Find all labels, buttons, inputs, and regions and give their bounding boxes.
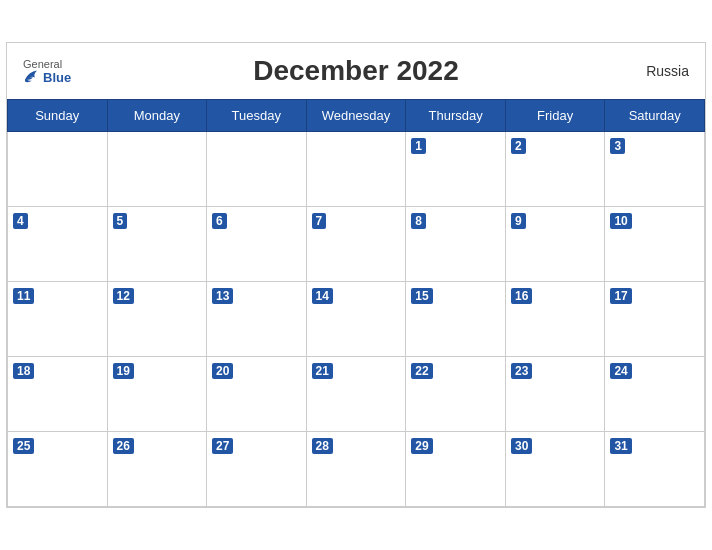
logo-general-text: General [23,59,62,70]
header-saturday: Saturday [605,100,705,132]
calendar-cell: 26 [107,432,207,507]
calendar-cell: 7 [306,207,406,282]
weekday-header-row: Sunday Monday Tuesday Wednesday Thursday… [8,100,705,132]
day-number: 3 [610,138,625,154]
calendar-cell: 22 [406,357,506,432]
header-friday: Friday [505,100,604,132]
calendar-week-row: 25262728293031 [8,432,705,507]
country-label: Russia [646,63,689,79]
calendar-cell: 10 [605,207,705,282]
header-wednesday: Wednesday [306,100,406,132]
calendar-cell: 5 [107,207,207,282]
day-number: 26 [113,438,134,454]
calendar-cell [107,132,207,207]
calendar-cell: 2 [505,132,604,207]
calendar-week-row: 11121314151617 [8,282,705,357]
day-number: 7 [312,213,327,229]
calendar-cell: 14 [306,282,406,357]
calendar-cell [306,132,406,207]
day-number: 1 [411,138,426,154]
calendar-cell: 20 [207,357,307,432]
calendar-cell [8,132,108,207]
day-number: 2 [511,138,526,154]
day-number: 18 [13,363,34,379]
calendar-cell: 17 [605,282,705,357]
calendar: General Blue December 2022 Russia Sunday… [6,42,706,508]
day-number: 16 [511,288,532,304]
day-number: 27 [212,438,233,454]
calendar-cell: 31 [605,432,705,507]
calendar-cell: 23 [505,357,604,432]
calendar-cell: 16 [505,282,604,357]
day-number: 30 [511,438,532,454]
day-number: 4 [13,213,28,229]
day-number: 29 [411,438,432,454]
calendar-cell [207,132,307,207]
calendar-cell: 8 [406,207,506,282]
calendar-cell: 27 [207,432,307,507]
day-number: 22 [411,363,432,379]
calendar-week-row: 123 [8,132,705,207]
calendar-cell: 25 [8,432,108,507]
day-number: 6 [212,213,227,229]
logo-blue-text: Blue [43,70,71,83]
calendar-cell: 28 [306,432,406,507]
calendar-title: December 2022 [253,55,458,87]
day-number: 24 [610,363,631,379]
calendar-cell: 9 [505,207,604,282]
calendar-cell: 30 [505,432,604,507]
day-number: 17 [610,288,631,304]
logo-bird-icon [23,70,41,84]
day-number: 5 [113,213,128,229]
calendar-cell: 12 [107,282,207,357]
day-number: 28 [312,438,333,454]
calendar-cell: 29 [406,432,506,507]
day-number: 21 [312,363,333,379]
calendar-header: General Blue December 2022 Russia [7,43,705,99]
day-number: 13 [212,288,233,304]
header-thursday: Thursday [406,100,506,132]
day-number: 19 [113,363,134,379]
day-number: 15 [411,288,432,304]
calendar-cell: 11 [8,282,108,357]
day-number: 14 [312,288,333,304]
calendar-table: Sunday Monday Tuesday Wednesday Thursday… [7,99,705,507]
day-number: 10 [610,213,631,229]
calendar-cell: 18 [8,357,108,432]
day-number: 8 [411,213,426,229]
calendar-cell: 13 [207,282,307,357]
logo-blue-area: Blue [23,70,71,84]
calendar-cell: 1 [406,132,506,207]
header-monday: Monday [107,100,207,132]
day-number: 31 [610,438,631,454]
day-number: 11 [13,288,34,304]
day-number: 25 [13,438,34,454]
calendar-week-row: 45678910 [8,207,705,282]
header-sunday: Sunday [8,100,108,132]
day-number: 23 [511,363,532,379]
calendar-week-row: 18192021222324 [8,357,705,432]
calendar-cell: 21 [306,357,406,432]
calendar-cell: 24 [605,357,705,432]
day-number: 20 [212,363,233,379]
day-number: 12 [113,288,134,304]
day-number: 9 [511,213,526,229]
calendar-cell: 15 [406,282,506,357]
calendar-cell: 6 [207,207,307,282]
calendar-cell: 4 [8,207,108,282]
header-tuesday: Tuesday [207,100,307,132]
logo-area: General Blue [23,59,71,84]
calendar-cell: 19 [107,357,207,432]
calendar-cell: 3 [605,132,705,207]
